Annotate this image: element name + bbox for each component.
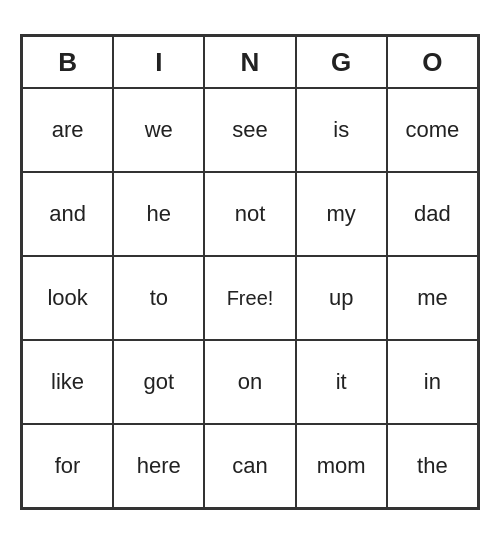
header-O: O (387, 36, 478, 88)
bingo-header-row: B I N G O (22, 36, 478, 88)
cell-3-3-free[interactable]: Free! (204, 256, 295, 340)
bingo-card: B I N G O are we see is come and he not … (20, 34, 480, 510)
cell-5-4[interactable]: mom (296, 424, 387, 508)
cell-1-1[interactable]: are (22, 88, 113, 172)
cell-2-4[interactable]: my (296, 172, 387, 256)
cell-5-2[interactable]: here (113, 424, 204, 508)
cell-4-1[interactable]: like (22, 340, 113, 424)
header-G: G (296, 36, 387, 88)
bingo-row-1: are we see is come (22, 88, 478, 172)
cell-5-5[interactable]: the (387, 424, 478, 508)
cell-2-2[interactable]: he (113, 172, 204, 256)
cell-4-5[interactable]: in (387, 340, 478, 424)
cell-5-1[interactable]: for (22, 424, 113, 508)
cell-4-3[interactable]: on (204, 340, 295, 424)
header-B: B (22, 36, 113, 88)
cell-2-1[interactable]: and (22, 172, 113, 256)
cell-4-4[interactable]: it (296, 340, 387, 424)
cell-1-3[interactable]: see (204, 88, 295, 172)
cell-3-5[interactable]: me (387, 256, 478, 340)
cell-1-4[interactable]: is (296, 88, 387, 172)
cell-3-4[interactable]: up (296, 256, 387, 340)
bingo-row-2: and he not my dad (22, 172, 478, 256)
bingo-row-4: like got on it in (22, 340, 478, 424)
cell-1-2[interactable]: we (113, 88, 204, 172)
bingo-row-5: for here can mom the (22, 424, 478, 508)
cell-1-5[interactable]: come (387, 88, 478, 172)
cell-2-5[interactable]: dad (387, 172, 478, 256)
cell-3-1[interactable]: look (22, 256, 113, 340)
cell-5-3[interactable]: can (204, 424, 295, 508)
cell-4-2[interactable]: got (113, 340, 204, 424)
cell-2-3[interactable]: not (204, 172, 295, 256)
header-I: I (113, 36, 204, 88)
cell-3-2[interactable]: to (113, 256, 204, 340)
header-N: N (204, 36, 295, 88)
bingo-row-3: look to Free! up me (22, 256, 478, 340)
